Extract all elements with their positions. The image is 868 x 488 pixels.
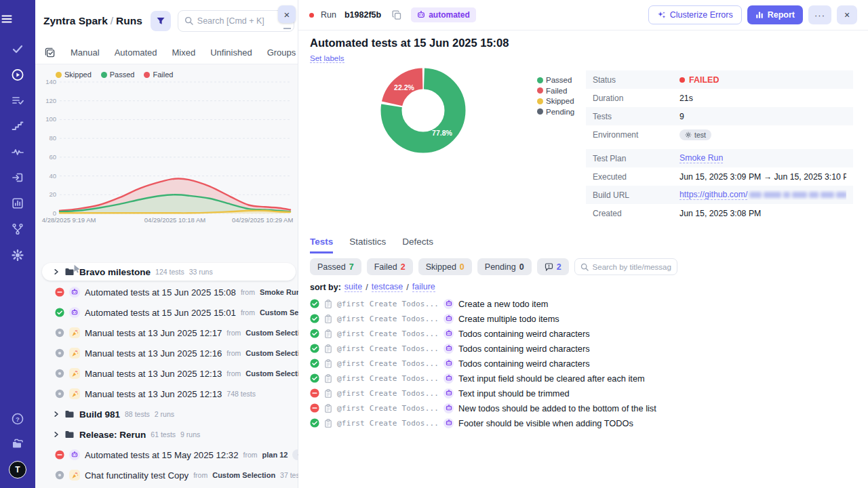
run-row[interactable]: Automated tests at 15 Jun 2025 15:08from… — [35, 282, 298, 302]
runs-search[interactable] — [178, 10, 294, 32]
tests-search[interactable] — [574, 258, 677, 275]
clipboard-icon — [324, 314, 332, 323]
automated-robot-icon — [69, 287, 80, 298]
test-row[interactable]: @first Create Todos...Todos containing w… — [310, 326, 856, 341]
analytics-pulse-icon[interactable] — [11, 145, 24, 159]
run-status-dot — [309, 13, 314, 18]
tab-defects[interactable]: Defects — [402, 237, 433, 253]
run-label: Run — [321, 10, 336, 20]
run-group-row[interactable]: Release: Rerun61 tests9 runs — [35, 424, 298, 445]
test-row[interactable]: @first Create Todos...Text input field s… — [310, 371, 856, 386]
settings-gear-icon[interactable] — [11, 248, 24, 262]
help-icon[interactable]: ? — [11, 412, 24, 426]
more-actions-button[interactable]: ··· — [808, 5, 831, 24]
donut-legend-pending[interactable]: Pending — [537, 108, 574, 116]
from-label: from — [243, 451, 258, 459]
tab-groups[interactable]: Groups — [267, 47, 296, 58]
test-plans-icon[interactable] — [11, 94, 24, 107]
build-url-link[interactable]: https://github.com/ — [679, 190, 747, 200]
user-avatar[interactable]: T — [9, 461, 26, 479]
copy-icon[interactable] — [392, 10, 401, 20]
sort-option-testcase[interactable]: testcase — [372, 282, 403, 292]
detail-row-test-plan: Test PlanSmoke Run — [586, 149, 853, 167]
reports-chart-icon[interactable] — [11, 197, 24, 210]
legend-item-failed[interactable]: Failed — [144, 70, 173, 79]
filter-chip-failed[interactable]: Failed2 — [367, 258, 413, 275]
legend-item-skipped[interactable]: Skipped — [56, 70, 92, 79]
report-button[interactable]: Report — [747, 5, 803, 24]
projects-folder-icon[interactable] — [11, 436, 24, 450]
test-row[interactable]: @first Create Todos...New todos should b… — [310, 401, 856, 415]
automated-robot-icon — [443, 418, 454, 428]
run-row[interactable]: Automated tests at 15 May 2025 12:32from… — [35, 445, 298, 465]
run-row[interactable]: Automated tests at 15 Jun 2025 15:01from… — [35, 302, 298, 323]
clusterize-errors-button[interactable]: Clusterize Errors — [648, 5, 742, 24]
filter-chip-skipped[interactable]: Skipped0 — [418, 258, 472, 275]
breadcrumb: Zyntra Spark/Runs — [43, 15, 142, 27]
import-signin-icon[interactable] — [11, 171, 24, 184]
test-row[interactable]: @first Create Todos...Todos containing w… — [310, 341, 856, 356]
runs-search-input[interactable] — [197, 16, 288, 26]
tab-unfinished[interactable]: Unfinished — [210, 47, 252, 58]
run-row[interactable]: Manual tests at 13 Jun 2025 12:17fromCus… — [35, 323, 298, 343]
trend-chart-legend: SkippedPassedFailed — [56, 70, 173, 79]
test-row[interactable]: @first Create Todos...Footer should be v… — [310, 415, 856, 430]
environment-badge: test — [679, 129, 711, 140]
test-row[interactable]: @first Create Todos...Todos containing w… — [310, 356, 856, 371]
sidebar: ? T — [0, 0, 35, 488]
tests-filter-row: Passed7Failed2Skipped0Pending02 — [310, 258, 677, 275]
tab-mixed[interactable]: Mixed — [172, 47, 196, 58]
tab-automated[interactable]: Automated — [115, 47, 157, 58]
milestones-steps-icon[interactable] — [11, 119, 24, 133]
test-suite: @first Create Todos... — [337, 404, 439, 413]
test-row[interactable]: @first Create Todos...Create a new todo … — [310, 296, 856, 311]
sort-option-failure[interactable]: failure — [412, 282, 435, 292]
chevron-right-icon[interactable] — [53, 411, 60, 418]
chevron-right-icon[interactable] — [53, 268, 60, 275]
branches-icon[interactable] — [11, 222, 24, 236]
filter-chip-passed[interactable]: Passed7 — [310, 258, 361, 275]
run-row[interactable]: Manual tests at 13 Jun 2025 12:13fromCus… — [35, 363, 298, 384]
tests-search-input[interactable] — [593, 263, 671, 271]
test-suite: @first Create Todos... — [337, 359, 439, 368]
runs-list: Bravo milestone124 tests33 runsAutomated… — [35, 262, 298, 485]
chevron-right-icon[interactable] — [53, 431, 60, 438]
tab-manual[interactable]: Manual — [71, 47, 100, 58]
detail-value: Jun 15, 2025 3:08 PM — [679, 209, 761, 218]
select-all-icon[interactable] — [45, 47, 56, 58]
automated-badge: automated — [411, 7, 476, 22]
runs-panel: Zyntra Spark/Runs × Manual Automated Mix… — [35, 0, 298, 488]
run-row[interactable]: Manual tests at 13 Jun 2025 12:16fromCus… — [35, 343, 298, 363]
group-runs-count: 33 runs — [189, 268, 213, 276]
detail-label: Environment — [593, 130, 679, 140]
test-plan-link[interactable]: Smoke Run — [679, 153, 723, 163]
run-group-row[interactable]: Build 98188 tests2 runs — [35, 404, 298, 424]
test-row[interactable]: @first Create Todos...Text input should … — [310, 386, 856, 401]
legend-item-passed[interactable]: Passed — [101, 70, 135, 79]
panel-close-button[interactable]: × — [278, 5, 296, 23]
runs-play-icon[interactable] — [11, 68, 24, 81]
tab-statistics[interactable]: Statistics — [349, 237, 386, 253]
donut-legend-failed[interactable]: Failed — [537, 87, 574, 95]
filter-button[interactable] — [151, 11, 171, 31]
close-run-button[interactable]: × — [837, 5, 857, 24]
set-labels-link[interactable]: Set labels — [310, 54, 344, 63]
run-row[interactable]: Manual tests at 13 Jun 2025 12:13748 tes… — [35, 384, 298, 404]
breadcrumb-project[interactable]: Zyntra Spark — [43, 15, 108, 26]
test-row[interactable]: @first Create Todos...Create multiple to… — [310, 311, 856, 326]
run-row[interactable]: Chat functinality test CopyfromCustom Se… — [35, 465, 298, 485]
status-neutral-icon — [54, 470, 64, 481]
tab-tests[interactable]: Tests — [310, 237, 333, 253]
sort-row: sort by:suite/testcase/failure — [310, 282, 435, 292]
filter-chip-comments[interactable]: 2 — [537, 258, 569, 275]
trend-chart-svg: 0204060801001201404/28/2025 9:19 AM04/29… — [39, 80, 293, 225]
donut-legend-skipped[interactable]: Skipped — [537, 97, 574, 105]
run-title: Automated tests at 15 Jun 2025 15:08 — [310, 37, 509, 49]
status-passed-icon — [310, 418, 319, 428]
hamburger-menu-icon[interactable] — [0, 12, 14, 26]
sort-option-suite[interactable]: suite — [344, 282, 362, 292]
filter-chip-pending[interactable]: Pending0 — [477, 258, 532, 275]
robot-icon — [417, 11, 425, 19]
donut-legend-passed[interactable]: Passed — [537, 76, 574, 84]
tests-check-icon[interactable] — [11, 42, 24, 56]
